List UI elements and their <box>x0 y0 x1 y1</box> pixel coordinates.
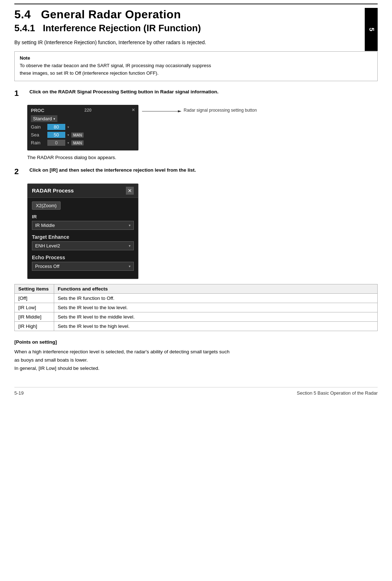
note-text: To observe the radar beacon and the SART… <box>20 62 372 77</box>
annotation-arrow <box>142 108 181 115</box>
dialog-close-button[interactable]: ✕ <box>126 187 134 195</box>
echo-dropdown-arrow: ▾ <box>129 264 131 268</box>
dialog-body: X2(Zoom) IR IR Middle ▾ Target Enhance E… <box>28 198 138 279</box>
ir-dropdown-value: IR Middle <box>35 223 55 228</box>
table-row: [IR High]Sets the IR level to the high l… <box>15 321 378 331</box>
proc-gain-row: Gain 80 ▾ <box>31 124 135 130</box>
proc-sea-man-btn[interactable]: MAN <box>71 133 84 138</box>
points-title: [Points on setting] <box>14 338 378 347</box>
footer-page-num: 5-19 <box>14 390 24 396</box>
table-setting-item: [IR Low] <box>15 303 54 312</box>
echo-dropdown-value: Process Off <box>35 264 60 269</box>
section-title: 5.4 General Radar Operation <box>14 8 378 21</box>
table-col1-header: Setting items <box>15 284 54 293</box>
dialog-title: RADAR Process <box>32 187 74 194</box>
ir-label: IR <box>32 214 134 219</box>
echo-process-label: Echo Process <box>32 255 134 260</box>
proc-sea-value[interactable]: 50 <box>47 132 65 138</box>
ir-dropdown[interactable]: IR Middle ▾ <box>32 221 134 230</box>
subsection-title: 5.4.1 Interference Rejection (IR Functio… <box>14 23 378 34</box>
section-tab: 5 <box>365 8 378 51</box>
dialog-header: RADAR Process ✕ <box>28 184 138 198</box>
step-1-number: 1 <box>14 88 27 99</box>
table-row: [IR Middle]Sets the IR level to the midd… <box>15 312 378 321</box>
echo-dropdown[interactable]: Process Off ▾ <box>32 262 134 271</box>
target-dropdown[interactable]: ENH Level2 ▾ <box>32 241 134 250</box>
step-2-number: 2 <box>14 167 27 177</box>
note-box: Note To observe the radar beacon and the… <box>14 51 378 81</box>
points-text-2: as buoys and small boats is lower. <box>14 356 378 364</box>
annotation-text: Radar signal processing setting button <box>184 108 257 113</box>
svg-marker-1 <box>178 110 181 112</box>
annotation: Radar signal processing setting button <box>142 105 257 115</box>
table-function-text: Sets the IR level to the middle level. <box>54 312 378 321</box>
points-text-1: When a high interference rejection level… <box>14 348 378 356</box>
table-setting-item: [IR Middle] <box>15 312 54 321</box>
proc-rain-man-btn[interactable]: MAN <box>71 140 84 145</box>
table-setting-item: [IR High] <box>15 321 54 331</box>
table-row: [IR Low]Sets the IR level to the low lev… <box>15 303 378 312</box>
step-1-instruction: Click on the RADAR Signal Processing Set… <box>29 88 378 96</box>
proc-rain-value[interactable]: 0 <box>47 140 65 146</box>
step-2: 2 Click on [IR] and then select the inte… <box>14 167 378 177</box>
step-2-instruction: Click on [IR] and then select the interf… <box>29 167 378 174</box>
top-border <box>14 4 378 4</box>
table-function-text: Sets the IR function to Off. <box>54 293 378 303</box>
table-header-row: Setting items Functions and effects <box>15 284 378 293</box>
proc-rain-row: Rain 0 ▾ MAN <box>31 140 135 146</box>
proc-gain-value[interactable]: 80 <box>47 124 65 130</box>
points-section: [Points on setting] When a high interfer… <box>14 338 378 373</box>
zoom-button[interactable]: X2(Zoom) <box>32 201 61 210</box>
table-function-text: Sets the IR level to the low level. <box>54 303 378 312</box>
target-enhance-label: Target Enhance <box>32 234 134 240</box>
proc-mode-row: Standard ▾ <box>31 115 135 122</box>
proc-panel[interactable]: PROC 220 ✕ Standard ▾ Gain 80 ▾ <box>27 105 138 150</box>
proc-sea-row: Sea 50 ▾ MAN <box>31 132 135 138</box>
proc-mode-dropdown[interactable]: Standard ▾ <box>31 115 57 122</box>
proc-rain-label: Rain <box>31 140 45 145</box>
intro-text: By setting IR (Interference Rejection) f… <box>14 39 378 46</box>
step-2-content: RADAR Process ✕ X2(Zoom) IR IR Middle ▾ … <box>27 183 378 279</box>
step-1-caption: The RADAR Process dialog box appears. <box>27 155 378 160</box>
proc-title: PROC 220 ✕ <box>31 108 135 113</box>
note-label: Note <box>20 55 372 61</box>
table-function-text: Sets the IR level to the high level. <box>54 321 378 331</box>
step-1: 1 Click on the RADAR Signal Processing S… <box>14 88 378 99</box>
proc-gain-label: Gain <box>31 124 45 130</box>
footer-section-text: Section 5 Basic Operation of the Radar <box>297 390 378 396</box>
annotation-line-container <box>142 108 181 115</box>
target-dropdown-arrow: ▾ <box>129 244 131 248</box>
footer: 5-19 Section 5 Basic Operation of the Ra… <box>14 387 378 396</box>
table-col2-header: Functions and effects <box>54 284 378 293</box>
radar-process-dialog: RADAR Process ✕ X2(Zoom) IR IR Middle ▾ … <box>27 183 138 279</box>
table-setting-item: [Off] <box>15 293 54 303</box>
step-1-content: PROC 220 ✕ Standard ▾ Gain 80 ▾ <box>27 105 378 160</box>
points-text-3: In general, [IR Low] should be selected. <box>14 364 378 373</box>
ir-dropdown-arrow: ▾ <box>129 223 131 227</box>
table-row: [Off]Sets the IR function to Off. <box>15 293 378 303</box>
settings-table: Setting items Functions and effects [Off… <box>14 284 378 331</box>
proc-panel-container: PROC 220 ✕ Standard ▾ Gain 80 ▾ <box>27 105 378 150</box>
target-dropdown-value: ENH Level2 <box>35 243 60 248</box>
proc-sea-label: Sea <box>31 132 45 138</box>
